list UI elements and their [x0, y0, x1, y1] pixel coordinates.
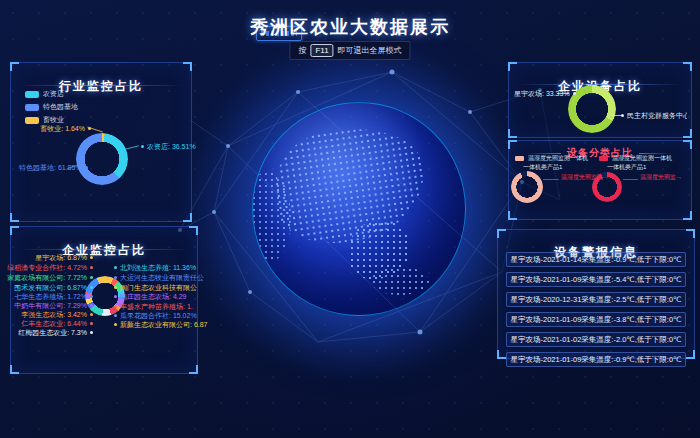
divider: [19, 249, 189, 250]
panel-corner: [10, 62, 19, 71]
alarm-row: 星宇农场-2020-12-31采集温度:-2.5℃,低于下限:0℃: [506, 292, 686, 307]
alarm-row: 星宇农场-2021-01-02采集温度:-2.0℃,低于下限:0℃: [506, 332, 686, 347]
panel-corner: [683, 211, 692, 220]
legend-item[interactable]: 温湿度光照监测一体机: [599, 154, 672, 163]
panel-corner: [10, 213, 19, 222]
chart-label: 民主村党群服务中心:: [621, 112, 687, 120]
label-connector: [557, 93, 569, 94]
chart-pointer-label: 温湿度光照监→: [640, 173, 682, 182]
panel-corner: [508, 211, 517, 220]
panel-corner: [10, 365, 19, 374]
legend-label: 温湿度光照监测一体机: [612, 154, 672, 163]
legend-item[interactable]: 农资店: [25, 89, 64, 99]
hint-prefix: 按: [298, 45, 306, 56]
category-donut-chart-right[interactable]: [592, 172, 622, 202]
panel-corner: [508, 62, 517, 71]
alarm-row: 星宇农场-2021-01-09采集温度:-5.4℃,低于下限:0℃: [506, 272, 686, 287]
chart-label: 瓜果花园合作社: 15.02%: [114, 312, 197, 320]
chart-label: 星宇农场: 6.87%: [35, 254, 93, 262]
category-donut-chart-left[interactable]: [511, 171, 543, 203]
divider: [517, 84, 683, 85]
alarm-row: 星宇农场-2021-01-09采集温度:-0.9℃,低于下限:0℃: [506, 352, 686, 367]
panel-corner: [189, 226, 198, 235]
chart-label: 七华生态养殖场: 1.72%: [14, 293, 93, 301]
chart-label: 红梅园生态农业: 7.3%: [18, 329, 93, 337]
chart-label: 围禾发有限公司: 6.87%: [14, 284, 93, 292]
legend-swatch: [25, 91, 39, 98]
label-connector: [543, 179, 559, 180]
globe-sheen: [253, 103, 465, 315]
chart-label: 家庭农场有限公司: 7.72%: [7, 274, 93, 282]
legend-item[interactable]: 温湿度光照监测一体机: [515, 154, 588, 163]
panel-corner: [183, 62, 192, 71]
panel-enterprise-monitoring: 企业监控占比 星宇农场: 6.87% 绿稻渔专业合作社: 4.72% 家庭农场有…: [10, 226, 198, 374]
chart-label: 大运河生态牧业有限责任公: [114, 274, 204, 282]
hint-suffix: 即可退出全屏模式: [338, 45, 402, 56]
globe: [252, 102, 466, 316]
legend-label: 农资店: [43, 89, 64, 99]
industry-donut-chart[interactable]: [76, 133, 128, 185]
panel-corner: [497, 229, 506, 238]
label-connector: [623, 179, 638, 180]
legend-swatch: [599, 156, 608, 161]
label-connector: [125, 145, 139, 149]
chart-label: 陶门生态农业科技有限公: [114, 284, 197, 292]
legend-label: 特色园基地: [43, 102, 78, 112]
f11-key: F11: [310, 44, 333, 57]
legend-label: 畜牧业: [43, 115, 64, 125]
chart-label: 中奶牛有限公司: 7.29%: [14, 302, 93, 310]
panel-corner: [10, 226, 19, 235]
chart-label: 李强生态农场: 3.42%: [21, 311, 93, 319]
panel-corner: [686, 229, 695, 238]
chart-label: 农资店: 36.51%: [141, 143, 196, 151]
panel-corner: [497, 350, 506, 359]
legend-swatch: [515, 156, 524, 161]
legend-label: 温湿度光照监测一体机: [528, 154, 588, 163]
dashboard: 秀洲区农业大数据展示 按 F11 即可退出全屏模式 行业监控占比 农资店 特色园…: [0, 0, 700, 438]
chart-label: 仁丰生态农业: 6.44%: [21, 320, 93, 328]
panel-corner: [683, 62, 692, 71]
page-title: 秀洲区农业大数据展示: [0, 15, 700, 39]
chart-label: 鸭庄园生态农场: 4.29: [114, 293, 187, 301]
legend-swatch: [25, 117, 39, 124]
fullscreen-hint: 按 F11 即可退出全屏模式: [289, 41, 410, 60]
legend-item[interactable]: 特色园基地: [25, 102, 78, 112]
panel-enterprise-device: 企业设备占比 星宇农场: 33.33% 民主村党群服务中心:: [508, 62, 692, 138]
chart-label: 新颜生态农业有限公司: 6.87: [114, 321, 208, 329]
panel-corner: [686, 350, 695, 359]
alarm-row: 星宇农场-2021-01-14采集温度:-0.9℃,低于下限:0℃: [506, 252, 686, 267]
chart-label: 畜牧业: 1.64%: [40, 125, 91, 133]
panel-device-category: 设备分类占比 温湿度光照监测一体机 一体机类产品1 温湿度光照监测→ 温湿度光照…: [508, 140, 692, 220]
alarm-row: 星宇农场-2021-01-09采集温度:-3.8℃,低于下限:0℃: [506, 312, 686, 327]
legend-swatch: [25, 104, 39, 111]
legend-label: 一体机类产品1: [607, 163, 646, 171]
panel-corner: [508, 129, 517, 138]
label-connector: [612, 115, 622, 116]
panel-corner: [189, 365, 198, 374]
divider: [19, 85, 183, 86]
chart-label: 北刘强生态养殖: 11.36%: [114, 264, 196, 272]
panel-corner: [183, 213, 192, 222]
chart-label: 丰盛水产种苗养殖场: 1.: [114, 303, 193, 311]
chart-label: 星宇农场: 33.33%: [514, 90, 576, 98]
panel-industry-monitoring: 行业监控占比 农资店 特色园基地 畜牧业 畜牧业: 1.64% 农资店: 36.…: [10, 62, 192, 222]
chart-label: 绿稻渔专业合作社: 4.72%: [7, 264, 93, 272]
legend-label: 一体机类产品1: [523, 163, 562, 171]
legend-item[interactable]: 畜牧业: [25, 115, 64, 125]
panel-corner: [683, 129, 692, 138]
panel-device-alarms: 设备警报信息 星宇农场-2021-01-14采集温度:-0.9℃,低于下限:0℃…: [497, 229, 695, 359]
alarm-list: 星宇农场-2021-01-14采集温度:-0.9℃,低于下限:0℃ 星宇农场-2…: [506, 252, 686, 372]
